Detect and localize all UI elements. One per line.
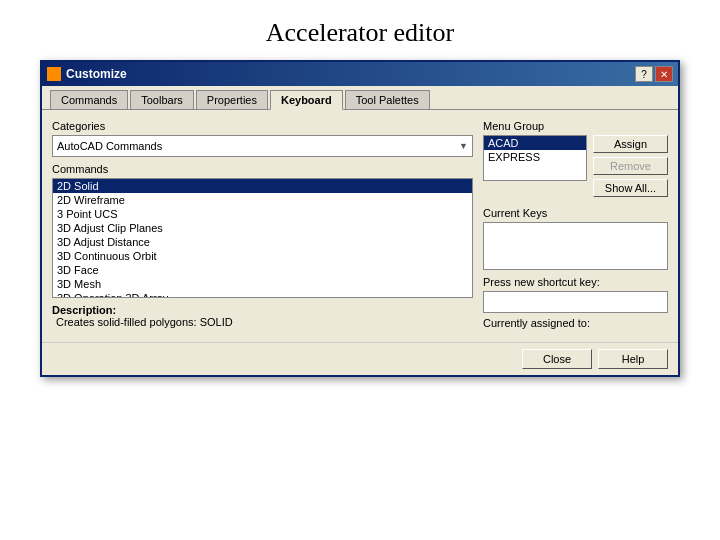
press-shortcut-input[interactable]	[483, 291, 668, 313]
page-title: Accelerator editor	[266, 18, 454, 48]
description-label: Description:	[52, 304, 116, 316]
assign-button[interactable]: Assign	[593, 135, 668, 153]
close-button[interactable]: Close	[522, 349, 592, 369]
menu-group-row: ACAD EXPRESS Assign Remove Show All...	[483, 135, 668, 201]
dialog-title-left: Customize	[47, 67, 127, 81]
close-title-button[interactable]: ✕	[655, 66, 673, 82]
list-item[interactable]: 3D Adjust Distance	[53, 235, 472, 249]
current-keys-label: Current Keys	[483, 207, 668, 219]
help-button[interactable]: Help	[598, 349, 668, 369]
dialog-footer: Close Help	[42, 342, 678, 375]
list-item[interactable]: 2D Solid	[53, 179, 472, 193]
dialog-icon	[47, 67, 61, 81]
commands-listbox[interactable]: 2D Solid 2D Wireframe 3 Point UCS 3D Adj…	[52, 178, 473, 298]
tab-keyboard[interactable]: Keyboard	[270, 90, 343, 110]
list-item[interactable]: 3D Continuous Orbit	[53, 249, 472, 263]
dialog-window: Customize ? ✕ Commands Toolbars Properti…	[40, 60, 680, 377]
menu-group-label: Menu Group	[483, 120, 668, 132]
tab-bar: Commands Toolbars Properties Keyboard To…	[42, 86, 678, 110]
categories-dropdown[interactable]: AutoCAD Commands ▼	[52, 135, 473, 157]
left-column: Categories AutoCAD Commands ▼ Commands 2…	[52, 120, 473, 332]
current-keys-textbox[interactable]	[483, 222, 668, 270]
commands-label: Commands	[52, 163, 473, 175]
list-item[interactable]: 3 Point UCS	[53, 207, 472, 221]
remove-button[interactable]: Remove	[593, 157, 668, 175]
list-item[interactable]: 3D Mesh	[53, 277, 472, 291]
list-item[interactable]: EXPRESS	[484, 150, 586, 164]
dialog-body: Categories AutoCAD Commands ▼ Commands 2…	[42, 110, 678, 342]
categories-selected: AutoCAD Commands	[57, 140, 162, 152]
title-controls: ? ✕	[635, 66, 673, 82]
currently-assigned-label: Currently assigned to:	[483, 317, 668, 329]
dropdown-arrow-icon: ▼	[459, 141, 468, 151]
tab-properties[interactable]: Properties	[196, 90, 268, 109]
list-item[interactable]: ACAD	[484, 136, 586, 150]
description-section: Description: Creates solid-filled polygo…	[52, 304, 473, 328]
list-item[interactable]: 3D Adjust Clip Planes	[53, 221, 472, 235]
list-item[interactable]: 3D Operation 3D Array	[53, 291, 472, 298]
main-content: Categories AutoCAD Commands ▼ Commands 2…	[52, 120, 668, 332]
dialog-titlebar: Customize ? ✕	[42, 62, 678, 86]
description-text: Creates solid-filled polygons: SOLID	[56, 316, 233, 328]
list-item[interactable]: 3D Face	[53, 263, 472, 277]
categories-label: Categories	[52, 120, 473, 132]
help-title-button[interactable]: ?	[635, 66, 653, 82]
show-all-button[interactable]: Show All...	[593, 179, 668, 197]
right-buttons: Assign Remove Show All...	[593, 135, 668, 201]
tab-commands[interactable]: Commands	[50, 90, 128, 109]
tab-tool-palettes[interactable]: Tool Palettes	[345, 90, 430, 109]
list-item[interactable]: 2D Wireframe	[53, 193, 472, 207]
menu-group-listbox[interactable]: ACAD EXPRESS	[483, 135, 587, 181]
right-column: Menu Group ACAD EXPRESS Assign Remove Sh…	[483, 120, 668, 332]
tab-toolbars[interactable]: Toolbars	[130, 90, 194, 109]
press-shortcut-label: Press new shortcut key:	[483, 276, 668, 288]
dialog-title: Customize	[66, 67, 127, 81]
